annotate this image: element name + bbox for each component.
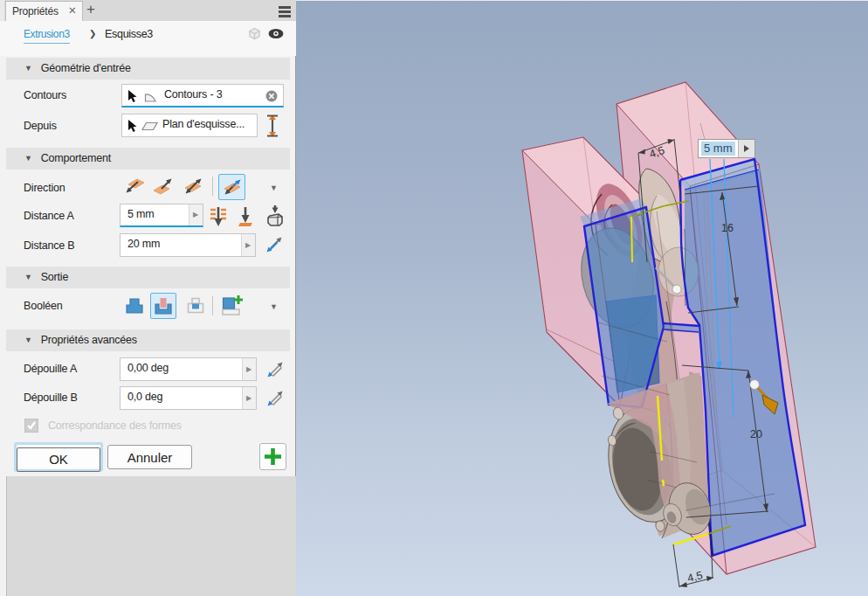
svg-text:16: 16 (721, 222, 734, 234)
svg-text:20: 20 (750, 428, 762, 440)
svg-text:4,5: 4,5 (686, 569, 704, 585)
